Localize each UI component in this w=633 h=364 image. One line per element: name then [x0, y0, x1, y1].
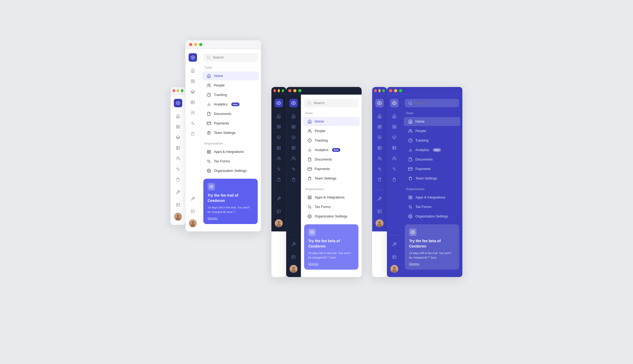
- nav-users-icon-4[interactable]: [289, 154, 298, 163]
- nav-home-icon-2[interactable]: [188, 66, 198, 75]
- avatar-6[interactable]: [390, 265, 398, 273]
- nav-apps-icon-4[interactable]: [289, 122, 298, 132]
- search-bar-4[interactable]: [304, 99, 358, 107]
- nav-tracking-6[interactable]: Tracking: [404, 136, 460, 145]
- nav-team-settings-4[interactable]: Team Settings: [303, 174, 359, 183]
- promo-dismiss-4[interactable]: Dismiss: [308, 262, 354, 265]
- nav-users-icon-2[interactable]: [188, 108, 198, 118]
- nav-layers-icon-6[interactable]: [390, 133, 399, 142]
- nav-layout-icon-6[interactable]: [390, 252, 399, 262]
- nav-table-icon-3[interactable]: [274, 143, 284, 153]
- nav-team-settings-2[interactable]: Team Settings: [202, 128, 259, 137]
- search-input-4[interactable]: [314, 101, 355, 105]
- nav-apps-icon-5[interactable]: [375, 122, 384, 132]
- svg-rect-125: [378, 146, 381, 149]
- promo-dismiss-6[interactable]: Dismiss: [409, 262, 455, 265]
- nav-apps-icon-3[interactable]: [274, 122, 284, 132]
- nav-clipboard-icon-6[interactable]: [390, 175, 399, 184]
- nav-table-icon-6[interactable]: [390, 143, 399, 153]
- nav-apps-icon-2[interactable]: [188, 76, 198, 86]
- search-input-2[interactable]: [213, 55, 255, 59]
- nav-table-icon-5[interactable]: [375, 143, 384, 153]
- nav-table-icon-1[interactable]: [173, 143, 183, 153]
- nav-home-icon-6[interactable]: [390, 111, 399, 121]
- nav-chart-icon-6[interactable]: [390, 164, 399, 174]
- nav-chart-icon-1[interactable]: [173, 164, 183, 174]
- search-bar-2[interactable]: [203, 53, 258, 62]
- nav-users-icon-5[interactable]: [375, 154, 384, 163]
- nav-layout-icon-4[interactable]: [289, 252, 298, 262]
- avatar-4[interactable]: [290, 265, 298, 273]
- nav-documents-6[interactable]: Documents: [404, 155, 460, 164]
- nav-home-2[interactable]: Home: [202, 71, 259, 80]
- nav-layers-icon-4[interactable]: [289, 133, 298, 142]
- nav-tax-forms-4[interactable]: Tax Forms: [303, 202, 359, 211]
- nav-layers-icon-3[interactable]: [274, 133, 284, 142]
- nav-home-icon-1[interactable]: [173, 111, 183, 121]
- nav-apps-icon-1[interactable]: [173, 122, 183, 132]
- nav-home-icon-5[interactable]: [375, 111, 384, 121]
- nav-analytics-6[interactable]: Analytics New: [404, 145, 460, 154]
- nav-layout-icon-5[interactable]: [375, 207, 384, 216]
- nav-layers-icon-5[interactable]: [375, 133, 384, 142]
- nav-org-settings-6[interactable]: Organization Settings: [404, 212, 460, 221]
- nav-tax-forms-2[interactable]: Tax Forms: [202, 157, 259, 166]
- nav-tool-icon-1[interactable]: [173, 187, 183, 197]
- nav-payments-2[interactable]: Payments: [202, 119, 259, 128]
- nav-clipboard-icon-4[interactable]: [289, 175, 298, 184]
- nav-chart-icon-2[interactable]: [188, 119, 198, 128]
- search-bar-6[interactable]: [405, 99, 459, 107]
- nav-apps-6[interactable]: Apps & Integrations: [404, 193, 460, 202]
- nav-home-4[interactable]: Home: [303, 117, 359, 126]
- nav-tracking-2[interactable]: Tracking: [202, 90, 259, 99]
- avatar-1[interactable]: [174, 213, 182, 221]
- promo-dismiss-2[interactable]: Dismiss: [208, 217, 253, 220]
- nav-tracking-4[interactable]: Tracking: [303, 136, 359, 145]
- nav-payments-4[interactable]: Payments: [303, 164, 359, 173]
- nav-tool-icon-5[interactable]: [375, 194, 384, 203]
- nav-clipboard-icon-2[interactable]: [188, 129, 198, 139]
- nav-org-settings-4[interactable]: Organization Settings: [303, 212, 359, 221]
- nav-users-icon-3[interactable]: [274, 154, 284, 163]
- nav-tool-icon-3[interactable]: [274, 194, 284, 203]
- nav-table-icon-2[interactable]: [188, 98, 198, 107]
- nav-documents-2[interactable]: Documents: [202, 109, 259, 118]
- nav-layout-icon-2[interactable]: [188, 207, 198, 216]
- nav-tax-forms-6[interactable]: Tax Forms: [404, 202, 460, 211]
- nav-people-6[interactable]: People: [404, 127, 460, 135]
- nav-chart-icon-3[interactable]: [274, 164, 284, 174]
- search-input-6[interactable]: [414, 101, 456, 105]
- nav-tool-icon-2[interactable]: [188, 194, 198, 203]
- nav-clipboard-icon-5[interactable]: [375, 175, 384, 184]
- nav-documents-4[interactable]: Documents: [303, 155, 359, 164]
- nav-apps-icon-6[interactable]: [390, 122, 399, 132]
- nav-layers-icon-1[interactable]: [173, 133, 183, 142]
- nav-org-settings-2[interactable]: Organization Settings: [202, 166, 259, 175]
- nav-clipboard-icon-3[interactable]: [274, 175, 284, 184]
- nav-users-icon-6[interactable]: [390, 154, 399, 163]
- nav-clipboard-icon-1[interactable]: [173, 175, 183, 184]
- nav-home-6[interactable]: Home: [404, 117, 460, 126]
- nav-analytics-4[interactable]: Analytics New: [303, 145, 359, 154]
- nav-analytics-2[interactable]: Analytics New: [202, 100, 259, 109]
- nav-team-settings-6[interactable]: Team Settings: [404, 174, 460, 183]
- nav-apps-4[interactable]: Apps & Integrations: [303, 193, 359, 202]
- avatar-5[interactable]: [376, 219, 383, 227]
- avatar-2[interactable]: [189, 219, 197, 227]
- avatar-3[interactable]: [275, 219, 283, 227]
- nav-tool-icon-6[interactable]: [390, 240, 399, 249]
- nav-home-icon-4[interactable]: [289, 111, 298, 121]
- nav-table-icon-4[interactable]: [289, 143, 298, 153]
- nav-people-2[interactable]: People: [202, 81, 259, 90]
- nav-home-icon-3[interactable]: [274, 111, 284, 121]
- nav-chart-icon-4[interactable]: [289, 164, 298, 174]
- nav-tool-icon-4[interactable]: [289, 240, 298, 249]
- nav-layout-icon-3[interactable]: [274, 207, 284, 216]
- nav-layers-icon-2[interactable]: [188, 87, 198, 96]
- nav-payments-6[interactable]: Payments: [404, 164, 460, 173]
- nav-people-4[interactable]: People: [303, 127, 359, 135]
- nav-apps-2[interactable]: Apps & Integrations: [202, 147, 259, 156]
- nav-layout-icon-1[interactable]: [173, 200, 183, 210]
- nav-users-icon-1[interactable]: [173, 154, 183, 163]
- nav-chart-icon-5[interactable]: [375, 164, 384, 174]
